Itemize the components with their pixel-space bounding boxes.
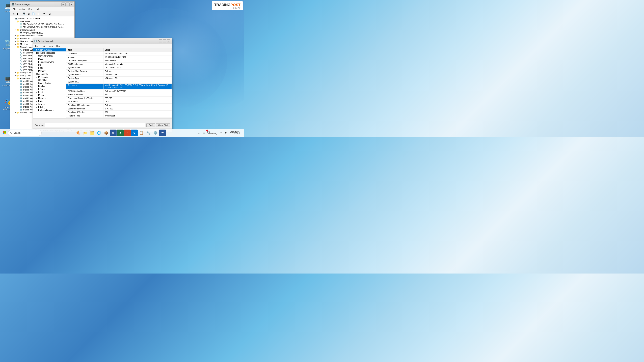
table-row[interactable]: BIOS ModeUEFI bbox=[66, 100, 172, 104]
taskbar-app-word[interactable]: W bbox=[110, 130, 116, 136]
si-tree-item[interactable]: ⊞Multimedia bbox=[33, 76, 66, 79]
tree-item[interactable]: ▼📁Display adapters bbox=[10, 28, 74, 31]
sysinfo-icon: ℹ️ bbox=[34, 40, 37, 42]
taskbar-network[interactable] bbox=[219, 130, 223, 136]
table-row[interactable]: Version10.0.22631 Build 22631 bbox=[66, 55, 172, 59]
toolbar-refresh[interactable]: ↻ bbox=[42, 12, 46, 16]
device-manager-controls: ─ □ ✕ bbox=[62, 2, 73, 6]
table-row[interactable]: BIOS Version/DateDell Inc. A18, 6/25/201… bbox=[66, 89, 172, 93]
start-button[interactable] bbox=[1, 130, 8, 136]
tree-item[interactable]: 💿ATA SAMSUNG MZ7PD256 SCSI Disk Device bbox=[10, 23, 74, 26]
taskbar-app-edge[interactable]: 🌐 bbox=[96, 130, 102, 136]
taskbar-app-outlook[interactable]: O bbox=[131, 130, 138, 136]
taskbar-app-food[interactable]: 🍕 bbox=[75, 130, 81, 136]
si-tree-item[interactable]: Display bbox=[33, 85, 66, 88]
si-tree-item[interactable]: Infrared bbox=[33, 88, 66, 91]
col-item: Item bbox=[66, 48, 103, 52]
menu-view[interactable]: View bbox=[27, 8, 34, 11]
notification-area[interactable]: ∧ bbox=[198, 131, 200, 134]
table-row[interactable]: OS ManufacturerMicrosoft Corporation bbox=[66, 62, 172, 66]
taskbar-app-excel[interactable]: X bbox=[117, 130, 124, 136]
toolbar-monitor[interactable]: 🖥 bbox=[48, 12, 52, 16]
taskbar-app-pkg[interactable]: 📦 bbox=[103, 130, 110, 136]
si-tree-item[interactable]: DMA bbox=[33, 57, 66, 60]
table-row[interactable]: System Typex64-based PC bbox=[66, 77, 172, 80]
table-row[interactable]: System NameDELL-PRECISION- bbox=[66, 66, 172, 69]
menu-help[interactable]: Help bbox=[34, 8, 42, 11]
sysinfo-menu-view[interactable]: View bbox=[47, 44, 54, 48]
toolbar-computer[interactable]: 🖥️ bbox=[22, 12, 26, 16]
taskbar-app-ppt[interactable]: P bbox=[124, 130, 131, 136]
si-tree-item[interactable]: ▼Hardware Resources bbox=[33, 51, 66, 54]
maximize-button[interactable]: □ bbox=[66, 2, 69, 6]
table-row[interactable]: SMBIOS Version2.6 bbox=[66, 93, 172, 96]
menu-action[interactable]: Action bbox=[18, 8, 26, 11]
si-tree-item[interactable]: Forced Hardware bbox=[33, 60, 66, 63]
table-row[interactable]: ProcessorIntel(R) Xeon(R) CPU E5-2670 0 … bbox=[66, 84, 172, 89]
si-tree-item[interactable]: ⊞Network bbox=[33, 97, 66, 100]
sysinfo-menu-help[interactable]: Help bbox=[55, 44, 62, 48]
sysinfo-menu-edit[interactable]: Edit bbox=[40, 44, 46, 48]
toolbar-grid[interactable]: ⊞ bbox=[26, 12, 31, 16]
sysinfo-title: System Information bbox=[38, 40, 55, 42]
tree-item[interactable]: 💿ATA WDC WD20EARX-00P SCSI Disk Device bbox=[10, 26, 74, 28]
taskbar-search[interactable]: Search bbox=[8, 130, 42, 136]
taskbar-volume[interactable] bbox=[224, 130, 228, 136]
table-row[interactable]: Platform RoleWorkstation bbox=[66, 114, 172, 118]
sysinfo-maximize[interactable]: □ bbox=[163, 39, 166, 43]
sysinfo-close[interactable]: ✕ bbox=[167, 39, 170, 43]
toolbar-forward[interactable]: ▶ bbox=[16, 12, 20, 16]
close-find-button[interactable]: Close Find bbox=[156, 123, 170, 127]
si-tree-item[interactable]: System Summary bbox=[33, 48, 66, 51]
si-tree-item[interactable]: Problem Devices bbox=[33, 109, 66, 112]
table-row[interactable]: BaseBoard Product0RCPW3 bbox=[66, 107, 172, 111]
table-row[interactable]: BaseBoard ManufacturerDell Inc. bbox=[66, 104, 172, 107]
find-button[interactable]: Find bbox=[146, 123, 155, 127]
si-tree-item[interactable]: CD-ROM bbox=[33, 79, 66, 82]
tree-item[interactable]: 🖥️NVIDIA Quadro K2000 bbox=[10, 31, 74, 34]
toolbar-back[interactable]: ◀ bbox=[11, 12, 16, 16]
table-row[interactable]: Other OS DescriptionNot Available bbox=[66, 59, 172, 62]
sysinfo-menu-file[interactable]: File bbox=[34, 44, 40, 48]
taskbar-app-clipboard[interactable]: 📋 bbox=[138, 130, 145, 136]
svg-rect-2 bbox=[3, 133, 4, 134]
toolbar-doc2[interactable]: 📋 bbox=[36, 12, 40, 16]
si-tree-item[interactable]: ⊞Input bbox=[33, 91, 66, 94]
si-tree-item[interactable]: ⊞Storage bbox=[33, 103, 66, 106]
si-tree-item[interactable]: ⊞Ports bbox=[33, 100, 66, 103]
menu-file[interactable]: File bbox=[11, 8, 17, 11]
table-row[interactable]: System SKU bbox=[66, 80, 172, 84]
si-tree-item[interactable]: IRQs bbox=[33, 66, 66, 69]
taskbar-app-settings[interactable]: ⚙️ bbox=[152, 130, 159, 136]
tree-item[interactable]: ▶📁Human Interface Devices bbox=[10, 34, 74, 37]
si-tree-item[interactable]: ▼Components bbox=[33, 72, 66, 76]
si-tree-item[interactable]: Sound Device bbox=[33, 82, 66, 85]
tree-item[interactable]: ▼📁Disk drives bbox=[10, 20, 74, 23]
minimize-button[interactable]: ─ bbox=[62, 2, 65, 6]
post-text: POST bbox=[230, 3, 240, 7]
device-manager-titlebar: 🖥️ Device Manager ─ □ ✕ bbox=[10, 1, 74, 7]
show-desktop-button[interactable] bbox=[242, 130, 243, 136]
table-row[interactable]: System ModelPrecision T3600 bbox=[66, 73, 172, 77]
weather-notification[interactable]: ☁️ 1 4°C Mostly cloudy bbox=[201, 130, 218, 135]
table-row[interactable]: Embedded Controller Version255.255 bbox=[66, 96, 172, 100]
si-tree-item[interactable]: ⊞Printing bbox=[33, 106, 66, 109]
taskbar-app-green[interactable]: 🔧 bbox=[145, 130, 152, 136]
sysinfo-minimize[interactable]: ─ bbox=[159, 39, 162, 43]
taskbar-clock[interactable]: 10:28:41 PM 8/3/2024 bbox=[228, 131, 242, 135]
table-row[interactable]: System ManufacturerDell Inc. bbox=[66, 69, 172, 73]
tree-item[interactable]: ▼💻Dell Inc. Precision T3600 bbox=[10, 17, 74, 20]
find-input[interactable] bbox=[45, 123, 145, 127]
taskbar-app-folder2[interactable]: 🗂️ bbox=[89, 130, 96, 136]
si-tree-item[interactable]: Memory bbox=[33, 69, 66, 72]
close-button[interactable]: ✕ bbox=[70, 2, 73, 6]
sysinfo-controls: ─ □ ✕ bbox=[159, 39, 170, 43]
toolbar-doc[interactable]: 📄 bbox=[31, 12, 36, 16]
si-tree-item[interactable]: Modem bbox=[33, 94, 66, 97]
si-tree-item[interactable]: I/O bbox=[33, 63, 66, 66]
si-tree-item[interactable]: Conflicts/Sharing bbox=[33, 54, 66, 57]
table-row[interactable]: BaseBoard VersionA02 bbox=[66, 111, 172, 114]
table-row[interactable]: OS NameMicrosoft Windows 11 Pro bbox=[66, 52, 172, 55]
taskbar-app-word2[interactable]: W bbox=[159, 130, 166, 136]
taskbar-app-explorer[interactable]: 📁 bbox=[82, 130, 88, 136]
